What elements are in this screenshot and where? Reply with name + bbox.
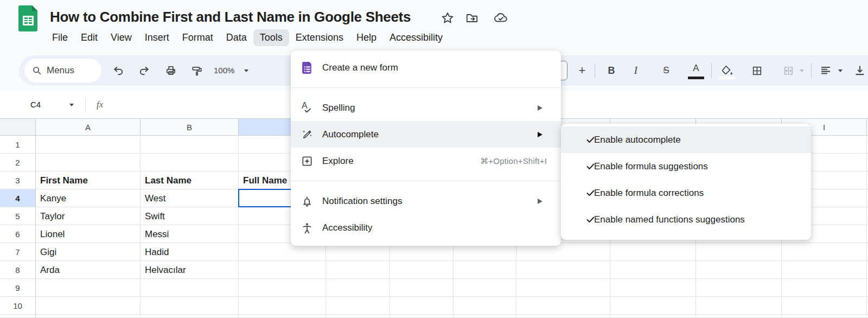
cell[interactable] — [454, 297, 516, 315]
row-header-5[interactable]: 5 — [0, 207, 36, 225]
cell[interactable] — [516, 315, 610, 318]
cell[interactable] — [239, 315, 326, 318]
menu-item-label: Notification settings — [322, 196, 402, 207]
submenu-item-enable-named-functions-suggestions[interactable]: Enable named functions suggestions — [561, 206, 811, 233]
submenu-item-label: Enable named functions suggestions — [594, 214, 745, 225]
row-header-9[interactable]: 9 — [0, 279, 36, 297]
cell[interactable] — [696, 297, 782, 315]
cell[interactable] — [326, 279, 390, 297]
cell[interactable] — [610, 261, 696, 279]
submenu-arrow-icon — [538, 105, 542, 111]
cell[interactable] — [36, 279, 141, 297]
tools-menu-item-create-a-new-form[interactable]: Create a new form — [291, 54, 561, 81]
cell[interactable] — [326, 315, 390, 318]
cell[interactable] — [516, 279, 610, 297]
column-header-a[interactable]: A — [36, 118, 141, 136]
cell[interactable] — [696, 243, 782, 261]
cell[interactable] — [782, 297, 867, 315]
cell[interactable] — [36, 154, 141, 171]
cell[interactable] — [36, 136, 141, 154]
cell[interactable] — [610, 243, 696, 261]
cell[interactable] — [390, 315, 454, 318]
menu-item-label: Explore — [322, 156, 354, 167]
row-header-4[interactable]: 4 — [0, 189, 36, 207]
autocomplete-submenu: Enable autocompleteEnable formula sugges… — [561, 124, 811, 240]
cell-value: Hadid — [145, 243, 265, 261]
cell-value: Messi — [145, 225, 265, 243]
submenu-item-enable-autocomplete[interactable]: Enable autocomplete — [561, 126, 811, 153]
submenu-item-label: Enable autocomplete — [594, 135, 681, 145]
plus-icon: + — [579, 63, 586, 78]
cell[interactable] — [782, 243, 867, 261]
menu-item-label: Autocomplete — [322, 129, 379, 140]
cell[interactable] — [696, 279, 782, 297]
cell[interactable] — [141, 315, 239, 318]
menu-item-label: Create a new form — [322, 62, 398, 73]
menu-item-shortcut: ⌘+Option+Shift+I — [480, 156, 547, 166]
tools-menu-item-autocomplete[interactable]: Autocomplete — [291, 121, 561, 148]
checkmark-icon — [585, 214, 596, 225]
autocomplete-icon — [296, 129, 318, 141]
menu-divider — [291, 181, 561, 181]
grid-corner-box[interactable] — [0, 118, 36, 136]
checkmark-icon — [585, 188, 596, 198]
row-header-7[interactable]: 7 — [0, 243, 36, 261]
cell[interactable] — [610, 315, 696, 318]
cell[interactable] — [516, 261, 610, 279]
increase-font-size-button[interactable]: + — [573, 61, 591, 80]
cell[interactable] — [141, 279, 239, 297]
cell-value: Swift — [145, 207, 265, 225]
cell[interactable] — [696, 261, 782, 279]
cell[interactable] — [141, 297, 239, 315]
submenu-item-enable-formula-corrections[interactable]: Enable formula corrections — [561, 180, 811, 206]
tools-menu-item-notification-settings[interactable]: Notification settings — [291, 188, 561, 214]
menu-item-label: Accessibility — [322, 222, 373, 233]
cell[interactable] — [36, 315, 141, 318]
cell[interactable] — [610, 279, 696, 297]
cell[interactable] — [516, 297, 610, 315]
cell[interactable] — [454, 279, 516, 297]
cell[interactable] — [610, 297, 696, 315]
cell[interactable] — [454, 315, 516, 318]
cell[interactable] — [239, 297, 326, 315]
tools-menu-item-spelling[interactable]: ASpelling — [291, 94, 561, 121]
tools-menu-item-explore[interactable]: Explore⌘+Option+Shift+I — [291, 148, 561, 174]
row-header-10[interactable]: 10 — [0, 297, 36, 315]
submenu-arrow-icon — [538, 132, 542, 137]
submenu-item-enable-formula-suggestions[interactable]: Enable formula suggestions — [561, 153, 811, 180]
cell-value: Helvacılar — [145, 261, 265, 279]
menu-item-label: Spelling — [322, 103, 355, 113]
cell[interactable] — [390, 297, 454, 315]
row-header-6[interactable]: 6 — [0, 225, 36, 243]
row-header-2[interactable]: 2 — [0, 154, 36, 171]
cell[interactable] — [782, 279, 867, 297]
cell[interactable] — [326, 297, 390, 315]
cell[interactable] — [782, 261, 867, 279]
cell[interactable] — [454, 261, 516, 279]
cell[interactable] — [390, 261, 454, 279]
column-header-b[interactable]: B — [141, 118, 239, 136]
row-header-partial[interactable] — [0, 315, 36, 318]
cell[interactable] — [36, 297, 141, 315]
cell[interactable] — [141, 154, 239, 171]
explore-icon — [296, 155, 318, 167]
row-header-1[interactable]: 1 — [0, 136, 36, 154]
cell[interactable] — [782, 315, 867, 318]
submenu-item-label: Enable formula suggestions — [594, 161, 708, 172]
cell[interactable] — [141, 136, 239, 154]
spelling-icon: A — [296, 102, 318, 114]
submenu-arrow-icon — [538, 199, 542, 204]
forms-icon — [296, 61, 318, 74]
checkmark-icon — [585, 135, 596, 145]
tools-menu: Create a new formASpellingAutocompleteEx… — [291, 50, 561, 246]
row-header-3[interactable]: 3 — [0, 171, 36, 189]
row-header-8[interactable]: 8 — [0, 261, 36, 279]
cell[interactable] — [326, 261, 390, 279]
menu-divider — [291, 87, 561, 88]
cell[interactable] — [390, 279, 454, 297]
accessibility-icon — [296, 222, 318, 234]
tools-menu-item-accessibility[interactable]: Accessibility — [291, 214, 561, 241]
cell[interactable] — [239, 279, 326, 297]
submenu-item-label: Enable formula corrections — [594, 188, 704, 199]
cell[interactable] — [696, 315, 782, 318]
